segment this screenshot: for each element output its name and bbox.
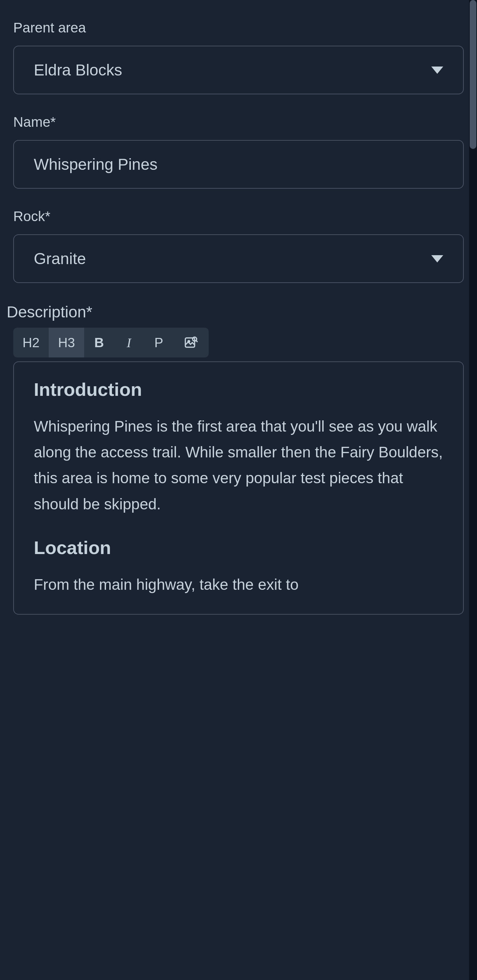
image-button[interactable] [174, 328, 209, 358]
bold-button[interactable]: B [84, 328, 114, 358]
rock-value: Granite [34, 250, 86, 268]
editor-paragraph: From the main highway, take the exit to [34, 571, 443, 597]
editor-paragraph: Whispering Pines is the first area that … [34, 414, 443, 517]
svg-rect-0 [185, 338, 195, 347]
editor-toolbar: H2 H3 B I P [13, 328, 464, 358]
h2-button[interactable]: H2 [13, 328, 49, 358]
dropdown-icon [431, 67, 443, 74]
svg-line-3 [196, 340, 198, 342]
rock-label: Rock* [13, 208, 464, 224]
h3-button[interactable]: H3 [49, 328, 84, 358]
editor-heading: Location [34, 537, 443, 558]
image-search-icon [183, 336, 199, 350]
scrollbar-thumb[interactable] [470, 0, 476, 149]
paragraph-button[interactable]: P [144, 328, 174, 358]
rock-select[interactable]: Granite [13, 234, 464, 283]
description-editor[interactable]: Introduction Whispering Pines is the fir… [13, 361, 464, 615]
scrollbar[interactable] [469, 0, 477, 648]
editor-heading: Introduction [34, 379, 443, 400]
parent-area-value: Eldra Blocks [34, 61, 122, 79]
name-input[interactable] [13, 140, 464, 189]
dropdown-icon [431, 255, 443, 262]
name-label: Name* [13, 114, 464, 130]
italic-button[interactable]: I [114, 328, 144, 358]
parent-area-label: Parent area [13, 20, 464, 36]
parent-area-select[interactable]: Eldra Blocks [13, 46, 464, 94]
description-label: Description* [6, 303, 464, 321]
